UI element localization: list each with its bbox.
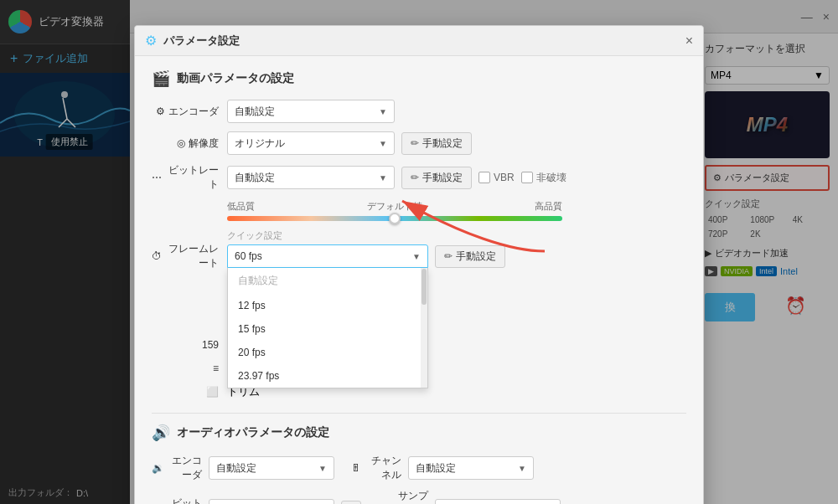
quick-setting-label: クイック設定 bbox=[227, 229, 686, 242]
audio-encoder-icon: 🔉 bbox=[152, 462, 164, 474]
framerate-manual-button[interactable]: ✏ 手動設定 bbox=[435, 245, 505, 268]
encoder-icon: ⚙ bbox=[156, 105, 165, 117]
audio-channel-label: 🎚 チャンネル bbox=[351, 454, 401, 482]
quality-slider-thumb[interactable] bbox=[389, 213, 401, 224]
vbr-checkbox-group: VBR bbox=[478, 172, 515, 183]
resolution-label: ◎ 解像度 bbox=[152, 136, 219, 151]
video-section-icon: 🎬 bbox=[152, 69, 170, 88]
audio-sample-select[interactable]: 自動設定 ▼ bbox=[435, 499, 561, 505]
quality-low-label: 低品質 bbox=[227, 200, 255, 213]
audio-section-title: オーディオパラメータの設定 bbox=[177, 425, 329, 440]
lossless-label: 非破壊 bbox=[536, 171, 566, 185]
bitrate-label-text: ビットレート bbox=[165, 163, 219, 192]
dropdown-scrollbar[interactable] bbox=[421, 268, 427, 388]
quality-slider[interactable] bbox=[227, 216, 562, 221]
framerate-select[interactable]: 60 fps ▼ bbox=[227, 244, 428, 268]
encoder-select[interactable]: 自動設定 ▼ bbox=[227, 100, 395, 123]
modal-title: パラメータ設定 bbox=[163, 33, 240, 49]
audio-channel-value: 自動設定 bbox=[416, 461, 456, 476]
framerate-control: 60 fps ▼ 自動設定 12 fps 15 fps 20 fps 23.97… bbox=[227, 244, 686, 268]
audio-encoder-row: 🔉 エンコーダ 自動設定 ▼ 🎚 チャンネル 自動設定 ▼ bbox=[152, 454, 686, 482]
audio-channel-label-text: チャンネル bbox=[365, 454, 401, 482]
dropdown-item-auto[interactable]: 自動設定 bbox=[228, 268, 427, 294]
audio-encoder-col: 🔉 エンコーダ 自動設定 ▼ bbox=[152, 454, 334, 482]
encoder-label-text: エンコーダ bbox=[168, 105, 219, 119]
framerate-icon: ⏱ bbox=[152, 250, 162, 262]
bitrate-value: 自動設定 bbox=[235, 171, 275, 185]
dropdown-item-12fps[interactable]: 12 fps bbox=[228, 294, 427, 317]
bitrate-row: ⋯ ビットレート 自動設定 ▼ ✏ 手動設定 VBR 非破壊 bbox=[152, 163, 686, 192]
slider-labels: 低品質 デフォルト値 高品質 bbox=[227, 200, 562, 213]
video-section-title: 動画パラメータの設定 bbox=[177, 71, 294, 86]
trim-label: ⬜ bbox=[152, 386, 219, 398]
framerate-label-text: フレームレート bbox=[165, 242, 219, 270]
resolution-manual-button[interactable]: ✏ 手動設定 bbox=[401, 132, 472, 155]
interlace-icon: ≡ bbox=[213, 363, 219, 374]
framerate-row: ⏱ フレームレート 60 fps ▼ 自動設定 12 fps 15 fps 20… bbox=[152, 242, 686, 270]
audio-encoder-select[interactable]: 自動設定 ▼ bbox=[209, 456, 334, 480]
modal-body: 🎬 動画パラメータの設定 ⚙ エンコーダ 自動設定 ▼ ◎ 解像度 bbox=[135, 56, 703, 504]
vbr-checkbox[interactable] bbox=[478, 172, 490, 183]
bitrate-select[interactable]: 自動設定 ▼ bbox=[227, 166, 395, 189]
dropdown-item-20fps[interactable]: 20 fps bbox=[228, 341, 427, 364]
bitrate-manual-label: 手動設定 bbox=[422, 171, 463, 185]
framerate-dropdown: 自動設定 12 fps 15 fps 20 fps 23.97 fps bbox=[227, 268, 428, 388]
audio-sample-label: 🎤 サンプリングレート bbox=[378, 489, 428, 504]
trim-icon: ⬜ bbox=[206, 386, 219, 398]
audio-section: 🔊 オーディオパラメータの設定 🔉 エンコーダ 自動設定 ▼ bbox=[152, 413, 686, 504]
resolution-row: ◎ 解像度 オリジナル ▼ ✏ 手動設定 bbox=[152, 131, 686, 155]
audio-encoder-caret: ▼ bbox=[318, 464, 327, 473]
resolution-caret: ▼ bbox=[379, 139, 387, 148]
quality-high-label: 高品質 bbox=[535, 200, 562, 213]
audio-bitrate-label: ○○ ビットレート bbox=[152, 496, 202, 505]
bitrate-control: 自動設定 ▼ ✏ 手動設定 VBR 非破壊 bbox=[227, 166, 686, 189]
resolution-manual-label: 手動設定 bbox=[422, 136, 463, 151]
param-modal: ⚙ パラメータ設定 × 🎬 動画パラメータの設定 ⚙ エンコーダ 自動設定 ▼ bbox=[134, 25, 704, 504]
framerate-dropdown-wrapper: 60 fps ▼ 自動設定 12 fps 15 fps 20 fps 23.97… bbox=[227, 244, 428, 268]
quality-row: 低品質 デフォルト値 高品質 bbox=[227, 200, 686, 221]
encoder-row: ⚙ エンコーダ 自動設定 ▼ bbox=[152, 100, 686, 123]
audio-encoder-label-text: エンコーダ bbox=[168, 454, 202, 482]
resolution-value: オリジナル bbox=[235, 136, 285, 151]
audio-channel-icon: 🎚 bbox=[351, 462, 361, 474]
modal-header-left: ⚙ パラメータ設定 bbox=[145, 33, 240, 49]
audio-channel-caret: ▼ bbox=[518, 464, 526, 473]
framerate-value: 60 fps bbox=[235, 250, 262, 262]
bitrate-icon: ⋯ bbox=[152, 172, 162, 183]
framerate-label: ⏱ フレームレート bbox=[152, 242, 219, 270]
audio-sample-label-text: サンプリングレート bbox=[394, 489, 428, 504]
bitrate-manual-button[interactable]: ✏ 手動設定 bbox=[401, 167, 472, 189]
bitrate-caret: ▼ bbox=[379, 173, 387, 183]
pencil2-icon: ✏ bbox=[411, 172, 419, 183]
audio-channel-select[interactable]: 自動設定 ▼ bbox=[408, 456, 534, 480]
scroll-thumb bbox=[422, 269, 427, 305]
framerate-caret: ▼ bbox=[412, 252, 421, 261]
audio-bitrate-row: ○○ ビットレート 自動設定 ▼ ✏ 🎤 サンプリングレート 自動 bbox=[152, 489, 686, 504]
audio-channel-col: 🎚 チャンネル 自動設定 ▼ bbox=[351, 454, 534, 482]
audio-section-header: 🔊 オーディオパラメータの設定 bbox=[152, 424, 686, 442]
audio-bitrate-edit-button[interactable]: ✏ bbox=[341, 501, 361, 505]
audio-sample-col: 🎤 サンプリングレート 自動設定 ▼ bbox=[378, 489, 561, 504]
audio-bitrate-label-text: ビットレート bbox=[168, 496, 203, 505]
aspect-icon: 159 bbox=[202, 339, 219, 351]
audio-encoder-value: 自動設定 bbox=[216, 461, 256, 476]
audio-encoder-label: 🔉 エンコーダ bbox=[152, 454, 202, 482]
dropdown-item-15fps[interactable]: 15 fps bbox=[228, 317, 427, 341]
aspect-label: 159 bbox=[152, 339, 219, 351]
dropdown-item-2397fps[interactable]: 23.97 fps bbox=[228, 364, 427, 388]
modal-header: ⚙ パラメータ設定 × bbox=[135, 26, 703, 56]
encoder-caret: ▼ bbox=[379, 107, 387, 116]
audio-section-icon: 🔊 bbox=[152, 424, 170, 442]
video-section-header: 🎬 動画パラメータの設定 bbox=[152, 69, 686, 88]
modal-close-button[interactable]: × bbox=[685, 33, 693, 49]
pencil3-icon: ✏ bbox=[444, 250, 453, 262]
resolution-select[interactable]: オリジナル ▼ bbox=[227, 131, 395, 155]
resolution-control: オリジナル ▼ ✏ 手動設定 bbox=[227, 131, 686, 155]
resolution-label-text: 解像度 bbox=[189, 136, 219, 151]
encoder-value: 自動設定 bbox=[235, 105, 275, 119]
framerate-manual-label: 手動設定 bbox=[456, 249, 496, 264]
vbr-label: VBR bbox=[494, 172, 515, 183]
lossless-checkbox[interactable] bbox=[521, 172, 533, 183]
quality-default-label: デフォルト値 bbox=[367, 200, 422, 213]
audio-bitrate-select[interactable]: 自動設定 ▼ bbox=[209, 499, 334, 505]
